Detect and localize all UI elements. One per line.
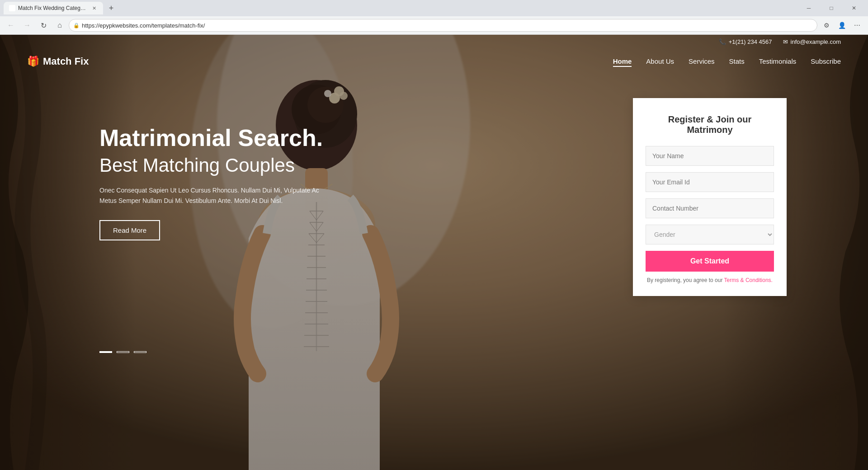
- forward-button[interactable]: →: [20, 18, 34, 33]
- close-button[interactable]: ✕: [844, 0, 864, 16]
- email-input[interactable]: [646, 172, 774, 192]
- email-address: info@example.com: [791, 38, 841, 45]
- phone-icon: 📞: [719, 38, 726, 45]
- site-header: 📞 +1(21) 234 4567 ✉ info@example.com 🎁 M…: [0, 35, 868, 74]
- phone-input[interactable]: [646, 198, 774, 218]
- nav-services[interactable]: Services: [689, 57, 715, 65]
- window-controls: ─ □ ✕: [798, 0, 864, 16]
- form-title: Register & Join our Matrimony: [646, 114, 774, 135]
- hero-content: Matrimonial Search. Best Matching Couple…: [99, 125, 335, 240]
- terms-prefix: By registering, you agree to our: [647, 277, 724, 283]
- browser-toolbar: ← → ↻ ⌂ 🔒 ⚙ 👤 ⋯: [0, 16, 868, 34]
- browser-chrome: Match Fix Wedding Category Fix ✕ + ─ □ ✕…: [0, 0, 868, 35]
- terms-conditions-link[interactable]: Terms & Conditions.: [724, 277, 773, 283]
- home-button[interactable]: ⌂: [52, 18, 67, 33]
- slider-dot-3[interactable]: [134, 351, 146, 353]
- maximize-button[interactable]: □: [821, 0, 842, 16]
- extensions-button[interactable]: ⚙: [819, 18, 834, 33]
- profile-button[interactable]: 👤: [835, 18, 849, 33]
- site-logo[interactable]: 🎁 Match Fix: [27, 56, 89, 67]
- phone-contact: 📞 +1(21) 234 4567: [719, 38, 772, 45]
- website-content: 📞 +1(21) 234 4567 ✉ info@example.com 🎁 M…: [0, 35, 868, 470]
- nav-home[interactable]: Home: [613, 57, 632, 67]
- gender-select[interactable]: Gender Male Female Other: [646, 225, 774, 244]
- slider-dot-2[interactable]: [117, 351, 129, 353]
- address-bar[interactable]: [69, 19, 817, 32]
- email-contact: ✉ info@example.com: [783, 38, 841, 45]
- nav-testimonials[interactable]: Testimonials: [759, 57, 797, 65]
- nav-subscribe[interactable]: Subscribe: [811, 57, 841, 65]
- tab-favicon: [9, 5, 15, 11]
- registration-form: Register & Join our Matrimony Gender Mal…: [633, 98, 787, 296]
- nav-about[interactable]: About Us: [646, 57, 674, 65]
- navigation-bar: 🎁 Match Fix Home About Us Services Stats…: [0, 49, 868, 74]
- get-started-button[interactable]: Get Started: [646, 251, 774, 272]
- email-icon: ✉: [783, 38, 788, 45]
- hero-title-main: Matrimonial Search.: [99, 125, 335, 151]
- minimize-button[interactable]: ─: [798, 0, 819, 16]
- nav-stats[interactable]: Stats: [729, 57, 745, 65]
- logo-text: Match Fix: [43, 56, 89, 67]
- new-tab-button[interactable]: +: [105, 2, 118, 14]
- read-more-button[interactable]: Read More: [99, 220, 160, 240]
- phone-number: +1(21) 234 4567: [729, 38, 772, 45]
- hero-description: Onec Consequat Sapien Ut Leo Cursus Rhon…: [99, 185, 335, 206]
- nav-links: Home About Us Services Stats Testimonial…: [613, 57, 841, 66]
- slider-dot-1[interactable]: [99, 351, 112, 353]
- browser-titlebar: Match Fix Wedding Category Fix ✕ + ─ □ ✕: [0, 0, 868, 16]
- tab-title: Match Fix Wedding Category Fix: [18, 5, 88, 11]
- refresh-button[interactable]: ↻: [36, 18, 51, 33]
- tab-close-button[interactable]: ✕: [90, 5, 98, 12]
- logo-icon: 🎁: [27, 56, 39, 67]
- slider-dots: [99, 351, 146, 353]
- hero-title-sub: Best Matching Couples: [99, 155, 335, 176]
- security-icon: 🔒: [73, 23, 80, 28]
- toolbar-right-buttons: ⚙ 👤 ⋯: [819, 18, 864, 33]
- contact-bar: 📞 +1(21) 234 4567 ✉ info@example.com: [0, 35, 868, 49]
- terms-text: By registering, you agree to our Terms &…: [646, 277, 774, 283]
- back-button[interactable]: ←: [4, 18, 18, 33]
- name-input[interactable]: [646, 146, 774, 166]
- more-button[interactable]: ⋯: [850, 18, 864, 33]
- address-bar-wrapper: 🔒: [69, 19, 817, 32]
- browser-tab[interactable]: Match Fix Wedding Category Fix ✕: [4, 2, 103, 14]
